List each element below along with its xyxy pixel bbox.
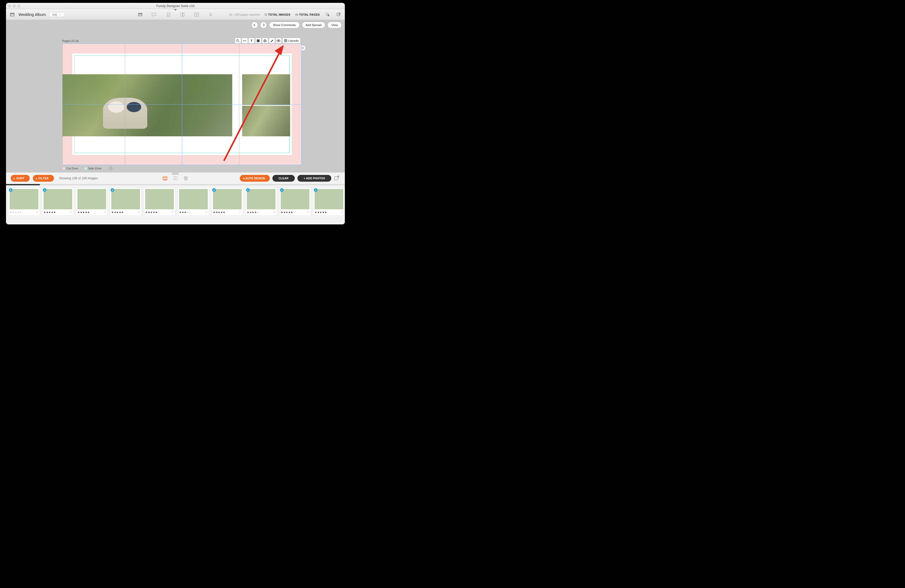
view-button[interactable]: View bbox=[327, 22, 342, 29]
thumb-image[interactable] bbox=[213, 189, 241, 209]
thumb-rating[interactable]: ★★★★★ bbox=[145, 211, 158, 214]
progress-fill bbox=[6, 184, 40, 185]
thumb-rating[interactable]: ★★★★★ bbox=[281, 211, 293, 214]
filter-button[interactable]: ◂FILTER bbox=[33, 175, 54, 182]
thumb-badge: 1 bbox=[111, 188, 114, 192]
size-chip[interactable]: 5x5 bbox=[49, 12, 65, 17]
zone-help-icon[interactable]: ? bbox=[109, 167, 112, 170]
spread[interactable] bbox=[62, 43, 302, 165]
wall-mode-icon[interactable] bbox=[165, 11, 171, 18]
grid-view-icon[interactable] bbox=[173, 175, 178, 181]
cut-zone-label: Cut Zone bbox=[66, 167, 78, 170]
svg-marker-18 bbox=[276, 47, 283, 54]
svg-rect-2 bbox=[183, 13, 184, 16]
svg-point-4 bbox=[210, 13, 212, 15]
thumb-8[interactable]: 1★★★★★♡ bbox=[279, 188, 311, 216]
svg-point-29 bbox=[175, 180, 176, 180]
svg-point-24 bbox=[177, 176, 177, 177]
prev-spread-button[interactable] bbox=[251, 22, 258, 29]
thumb-heart-icon[interactable]: ♡ bbox=[239, 211, 241, 214]
add-photos-button[interactable]: + ADD PHOTOS bbox=[297, 175, 331, 182]
thumb-rating[interactable]: ★★★★★ bbox=[213, 211, 225, 214]
thumb-badge: 1 bbox=[246, 188, 250, 192]
next-spread-button[interactable] bbox=[260, 22, 267, 29]
safe-zone-swatch bbox=[84, 167, 87, 170]
cut-zone-swatch bbox=[62, 167, 65, 170]
sync-icon[interactable] bbox=[324, 11, 331, 18]
svg-point-20 bbox=[164, 178, 165, 178]
stack-view-icon[interactable] bbox=[183, 175, 189, 181]
thumb-image[interactable] bbox=[111, 189, 140, 209]
size-label: 5x5 bbox=[52, 13, 57, 16]
thumb-badge: 1 bbox=[43, 188, 46, 192]
thumb-heart-icon[interactable]: ♡ bbox=[341, 211, 343, 214]
progress-track[interactable] bbox=[6, 184, 345, 185]
thumb-0[interactable]: 1★★★★★♡ bbox=[8, 188, 40, 216]
svg-rect-7 bbox=[337, 13, 340, 16]
thumb-rating[interactable]: ★★★★★ bbox=[10, 211, 22, 214]
thumb-image[interactable] bbox=[179, 189, 208, 209]
thumb-heart-icon[interactable]: ♡ bbox=[205, 211, 208, 214]
thumb-heart-icon[interactable]: ♡ bbox=[273, 211, 276, 214]
stat-images-label: TOTAL IMAGES bbox=[268, 13, 291, 16]
thumb-image[interactable] bbox=[281, 189, 310, 209]
auto-design-button[interactable]: ◂AUTO DESIGN bbox=[240, 175, 270, 182]
thumb-rating[interactable]: ★★★★★ bbox=[78, 211, 90, 214]
album-mode-icon[interactable] bbox=[137, 11, 143, 18]
stat-images-num: 72 bbox=[264, 13, 267, 16]
pages-required: 20 - 100 pages required bbox=[229, 13, 260, 16]
showing-count: Showing 109 of 109 images bbox=[59, 176, 98, 180]
external-icon[interactable] bbox=[335, 11, 342, 18]
thumb-rating[interactable]: ★★★★★ bbox=[314, 211, 327, 214]
thumb-heart-icon[interactable]: ♡ bbox=[307, 211, 310, 214]
expand-icon[interactable] bbox=[334, 175, 340, 181]
thumb-rating[interactable]: ★★★★★ bbox=[111, 211, 124, 214]
thumb-heart-icon[interactable]: ♡ bbox=[70, 211, 72, 214]
thumb-2[interactable]: ★★★★★♡ bbox=[76, 188, 108, 216]
thumb-rating[interactable]: ★★★★★ bbox=[247, 211, 259, 214]
main-toolbar: Wedding Album 5x5 20 - 100 pages require… bbox=[6, 9, 345, 20]
layout-mode-icon[interactable] bbox=[194, 11, 200, 18]
bottom-center-icons bbox=[162, 175, 189, 181]
thumbnail-strip[interactable]: 1★★★★★♡1★★★★★♡★★★★★♡1★★★★★♡★★★★★♡★★★★★♡1… bbox=[6, 185, 345, 216]
thumb-heart-icon[interactable]: ♡ bbox=[137, 211, 140, 214]
thumb-badge: 1 bbox=[9, 188, 13, 192]
thumb-image[interactable] bbox=[78, 189, 106, 209]
thumb-4[interactable]: ★★★★★♡ bbox=[144, 188, 175, 216]
thumb-image[interactable] bbox=[247, 189, 276, 209]
sort-button[interactable]: ◂SORT bbox=[11, 175, 30, 182]
thumb-heart-icon[interactable]: ♡ bbox=[36, 211, 38, 214]
thumb-image[interactable] bbox=[314, 189, 343, 209]
sub-toolbar: Show Comments Add Spread View bbox=[6, 20, 345, 30]
comments-mode-icon[interactable] bbox=[151, 11, 157, 18]
clear-button[interactable]: CLEAR bbox=[272, 175, 295, 182]
thumb-9[interactable]: 1★★★★★♡ bbox=[313, 188, 345, 216]
thumb-1[interactable]: 1★★★★★♡ bbox=[42, 188, 74, 216]
photo-main[interactable] bbox=[62, 74, 232, 136]
thumb-heart-icon[interactable]: ♡ bbox=[171, 211, 174, 214]
layouts-label: Layouts bbox=[288, 39, 299, 42]
thumb-6[interactable]: 1★★★★★♡ bbox=[211, 188, 243, 216]
add-spread-button[interactable]: Add Spread bbox=[302, 22, 325, 29]
annotation-arrow bbox=[221, 41, 289, 164]
thumb-7[interactable]: 1★★★★★♡ bbox=[245, 188, 277, 216]
project-icon[interactable] bbox=[9, 11, 15, 18]
thumb-3[interactable]: 1★★★★★♡ bbox=[110, 188, 141, 216]
show-comments-button[interactable]: Show Comments bbox=[269, 22, 300, 29]
panel-resize-grip[interactable] bbox=[172, 172, 179, 175]
app-window: Fundy Designer Suite v10 Wedding Album 5… bbox=[6, 3, 345, 224]
thumb-image[interactable] bbox=[145, 189, 174, 209]
stat-pages-label: TOTAL PAGES bbox=[299, 13, 320, 16]
studio-mode-icon[interactable] bbox=[179, 11, 186, 18]
svg-rect-14 bbox=[286, 39, 287, 40]
thumb-heart-icon[interactable]: ♡ bbox=[103, 211, 106, 214]
thumb-rating[interactable]: ★★★★★ bbox=[43, 211, 56, 214]
thumb-rating[interactable]: ★★★★★ bbox=[179, 211, 192, 214]
thumb-image[interactable] bbox=[43, 189, 72, 209]
thumb-5[interactable]: ★★★★★♡ bbox=[178, 188, 209, 216]
page-range-label: Pages 23-24 bbox=[62, 39, 78, 43]
print-mode-icon[interactable] bbox=[208, 11, 214, 18]
gallery-view-icon[interactable] bbox=[162, 175, 168, 181]
thumb-badge: 1 bbox=[280, 188, 284, 192]
thumb-image[interactable] bbox=[10, 189, 38, 209]
